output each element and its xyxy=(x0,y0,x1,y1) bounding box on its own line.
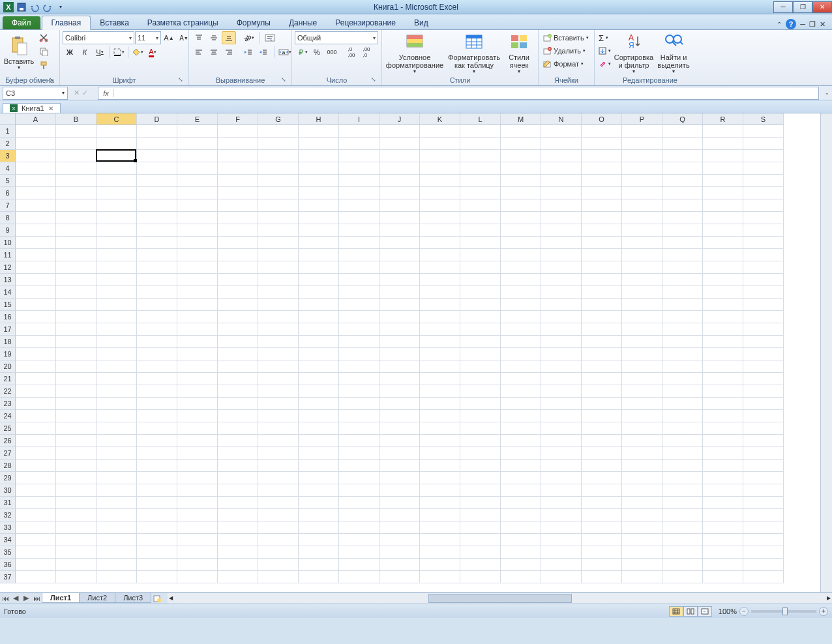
cell[interactable] xyxy=(501,311,541,323)
cell[interactable] xyxy=(501,509,541,521)
cell[interactable] xyxy=(582,348,622,360)
decrease-indent-icon[interactable] xyxy=(241,46,256,59)
cell[interactable] xyxy=(218,162,258,175)
cell[interactable] xyxy=(582,199,622,212)
row-header[interactable]: 14 xyxy=(0,286,16,299)
cell[interactable] xyxy=(16,410,56,422)
cell[interactable] xyxy=(56,125,97,138)
cell[interactable] xyxy=(177,435,218,447)
cell[interactable] xyxy=(258,261,299,274)
cell[interactable] xyxy=(137,286,177,299)
cell[interactable] xyxy=(258,460,299,472)
cell[interactable] xyxy=(582,274,622,286)
cell[interactable] xyxy=(379,422,420,435)
cell[interactable] xyxy=(56,509,97,521)
cell[interactable] xyxy=(258,373,299,385)
cell[interactable] xyxy=(420,509,460,521)
row-header[interactable]: 10 xyxy=(0,237,16,249)
cell[interactable] xyxy=(703,360,743,373)
cell[interactable] xyxy=(299,138,339,150)
cell[interactable] xyxy=(622,138,662,150)
cell[interactable] xyxy=(339,373,379,385)
cell[interactable] xyxy=(56,410,97,422)
cell[interactable] xyxy=(56,286,97,299)
column-header[interactable]: Q xyxy=(662,113,703,125)
column-header[interactable]: S xyxy=(743,113,784,125)
cell[interactable] xyxy=(582,509,622,521)
column-header[interactable]: N xyxy=(541,113,582,125)
cell[interactable] xyxy=(177,274,218,286)
cell[interactable] xyxy=(16,348,56,360)
cell[interactable] xyxy=(379,484,420,497)
column-header[interactable]: H xyxy=(299,113,339,125)
cell[interactable] xyxy=(218,348,258,360)
cell[interactable] xyxy=(339,521,379,534)
row-header[interactable]: 25 xyxy=(0,422,16,435)
cell[interactable] xyxy=(56,348,97,360)
column-header[interactable]: E xyxy=(177,113,218,125)
cell[interactable] xyxy=(420,138,460,150)
cell[interactable] xyxy=(97,150,137,162)
tab-data[interactable]: Данные xyxy=(280,16,326,29)
cell[interactable] xyxy=(16,150,56,162)
cell[interactable] xyxy=(460,199,501,212)
cell[interactable] xyxy=(56,237,97,249)
cell[interactable] xyxy=(541,125,582,138)
cell[interactable] xyxy=(662,187,703,199)
align-bottom-icon[interactable] xyxy=(222,31,236,44)
cell[interactable] xyxy=(501,150,541,162)
cell[interactable] xyxy=(379,286,420,299)
row-header[interactable]: 28 xyxy=(0,460,16,472)
italic-icon[interactable]: К xyxy=(78,46,92,59)
cell[interactable] xyxy=(703,497,743,509)
cell[interactable] xyxy=(501,336,541,348)
cell[interactable] xyxy=(97,484,137,497)
column-header[interactable]: I xyxy=(339,113,379,125)
cell[interactable] xyxy=(622,460,662,472)
cell[interactable] xyxy=(541,261,582,274)
cell[interactable] xyxy=(501,534,541,546)
cell[interactable] xyxy=(541,249,582,261)
cell[interactable] xyxy=(703,385,743,398)
cell[interactable] xyxy=(501,261,541,274)
cell[interactable] xyxy=(703,460,743,472)
cell[interactable] xyxy=(177,521,218,534)
cell[interactable] xyxy=(582,261,622,274)
cell[interactable] xyxy=(743,385,784,398)
fx-icon[interactable]: fx xyxy=(98,89,114,97)
row-header[interactable]: 34 xyxy=(0,534,16,546)
cell[interactable] xyxy=(460,125,501,138)
cell[interactable] xyxy=(299,274,339,286)
cell[interactable] xyxy=(622,286,662,299)
cell[interactable] xyxy=(177,175,218,187)
cell[interactable] xyxy=(339,472,379,484)
cell[interactable] xyxy=(177,299,218,311)
cell[interactable] xyxy=(703,237,743,249)
cell[interactable] xyxy=(420,460,460,472)
cell[interactable] xyxy=(339,299,379,311)
sheet-nav-first-icon[interactable]: ⏮ xyxy=(0,593,10,604)
cell[interactable] xyxy=(56,521,97,534)
cell[interactable] xyxy=(339,199,379,212)
number-format-combo[interactable]: Общий▾ xyxy=(295,31,378,44)
cell[interactable] xyxy=(16,138,56,150)
percent-style-icon[interactable]: % xyxy=(310,46,324,59)
align-right-icon[interactable] xyxy=(222,46,236,59)
cell[interactable] xyxy=(137,261,177,274)
tab-view[interactable]: Вид xyxy=(405,16,438,29)
merge-center-icon[interactable]: a▾ xyxy=(278,46,292,59)
cell[interactable] xyxy=(56,460,97,472)
cell[interactable] xyxy=(703,125,743,138)
cell[interactable] xyxy=(177,138,218,150)
cell[interactable] xyxy=(662,435,703,447)
cell[interactable] xyxy=(258,162,299,175)
cell[interactable] xyxy=(137,385,177,398)
cell[interactable] xyxy=(97,138,137,150)
cell[interactable] xyxy=(299,175,339,187)
cell[interactable] xyxy=(97,422,137,435)
cell[interactable] xyxy=(622,484,662,497)
zoom-in-icon[interactable]: + xyxy=(819,607,828,616)
cell[interactable] xyxy=(56,150,97,162)
cell[interactable] xyxy=(501,187,541,199)
cell[interactable] xyxy=(743,484,784,497)
